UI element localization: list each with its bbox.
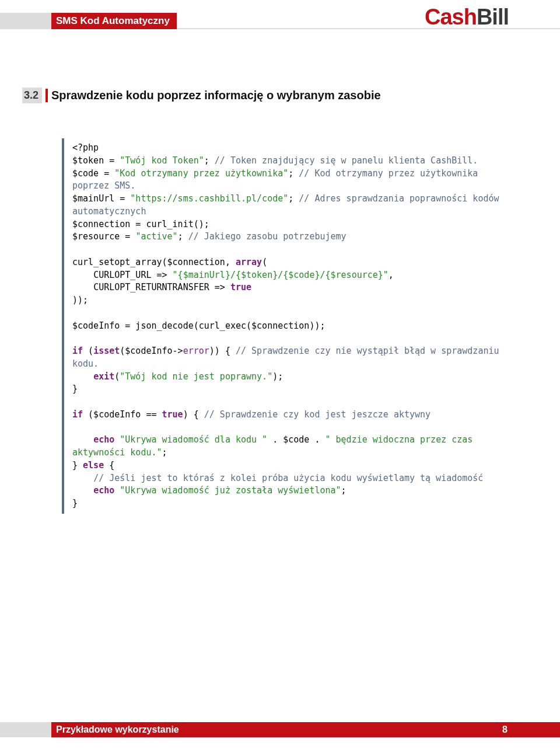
code-token (72, 473, 93, 483)
code-token: $mainUrl = (72, 193, 130, 204)
code-token: if (72, 409, 83, 420)
code-token: "Ukrywa wiadomość już została wyświetlon… (120, 485, 341, 496)
header-left-accent (0, 13, 51, 29)
page-content: 3.2 Sprawdzenie kodu poprzez informację … (0, 35, 560, 514)
code-token: ( (83, 346, 93, 356)
logo-part-cash: Cash (425, 5, 477, 29)
code-token: , (388, 270, 394, 280)
section-heading: 3.2 Sprawdzenie kodu poprzez informację … (22, 88, 509, 103)
code-token (72, 485, 93, 496)
code-token: true (230, 282, 251, 292)
code-token: "Twój kod Token" (120, 155, 204, 166)
section-title-wrap: Sprawdzenie kodu poprzez informację o wy… (46, 89, 381, 102)
code-token: ; (288, 193, 299, 204)
code-token: ($codeInfo-> (120, 346, 183, 356)
code-token: curl_setopt_array($connection, (72, 257, 236, 267)
code-token: ; (162, 447, 167, 458)
code-token: CURLOPT_URL => (72, 270, 173, 280)
footer-left-accent (0, 722, 51, 737)
code-token: // Sprawdzenie czy kod jest jeszcze akty… (204, 409, 430, 420)
code-token: error (183, 346, 209, 356)
code-token: ( (114, 371, 120, 382)
code-token: else (83, 460, 104, 471)
code-token: )); (72, 295, 88, 305)
code-token: ); (272, 371, 283, 382)
code-token: if (72, 346, 83, 356)
code-token: ($codeInfo == (83, 409, 162, 420)
page-number: 8 (502, 724, 508, 735)
code-token: CURLOPT_RETURNTRANSFER => (72, 282, 230, 292)
footer-label: Przykładowe wykorzystanie (56, 724, 179, 735)
doc-title: SMS Kod Automatyczny (51, 13, 177, 29)
code-token: <?php (72, 142, 99, 153)
code-token: $resource = (72, 231, 135, 242)
code-token: exit (93, 371, 114, 382)
code-token: ; (341, 485, 346, 496)
logo-part-bill: Bill (477, 5, 509, 29)
code-token: echo (93, 434, 114, 445)
code-token: "active" (135, 231, 177, 242)
code-token (114, 434, 120, 445)
code-token: } (72, 498, 78, 508)
code-token: // Token znajdujący się w panelu klienta… (215, 155, 478, 166)
code-token: "https://sms.cashbill.pl/code" (130, 193, 288, 204)
code-token: { (104, 460, 114, 471)
code-block: <?php $token = "Twój kod Token"; // Toke… (62, 138, 509, 514)
logo: CashBill (425, 5, 509, 30)
code-token: "{$mainUrl}/{$token}/{$code}/{$resource}… (173, 270, 388, 280)
code-token: "Kod otrzymany przez użytkownika" (114, 168, 288, 179)
code-token: ; (288, 168, 299, 179)
code-token: isset (93, 346, 120, 356)
section-number: 3.2 (22, 88, 42, 103)
code-token: )) { (209, 346, 236, 356)
code-token: $token = (72, 155, 120, 166)
code-token: $codeInfo = json_decode(curl_exec($conne… (72, 320, 325, 331)
footer-bar: Przykładowe wykorzystanie 8 (51, 722, 560, 737)
section-title: Sprawdzenie kodu poprzez informację o wy… (51, 89, 381, 102)
code-token: echo (93, 485, 114, 496)
code-token: true (162, 409, 183, 420)
code-token (72, 371, 93, 382)
code-token: // Jakiego zasobu potrzebujemy (188, 231, 346, 242)
code-token: $code = (72, 168, 114, 179)
code-token: ; (178, 231, 188, 242)
code-token: ( (262, 257, 267, 267)
code-token: } (72, 384, 78, 394)
page-footer: Przykładowe wykorzystanie 8 (0, 722, 560, 737)
code-token: $connection = curl_init(); (72, 219, 209, 229)
code-token: ; (204, 155, 215, 166)
code-token: "Twój kod nie jest poprawny." (120, 371, 272, 382)
code-token (114, 485, 120, 496)
code-token: ) { (183, 409, 204, 420)
code-token: "Ukrywa wiadomość dla kodu " (120, 434, 267, 445)
page-header: SMS Kod Automatyczny CashBill (0, 0, 560, 35)
code-token: array (236, 257, 262, 267)
code-token: // Jeśli jest to któraś z kolei próba uż… (93, 473, 483, 483)
code-token: } (72, 460, 83, 471)
code-token (72, 434, 93, 445)
code-token: . $code . (267, 434, 325, 445)
